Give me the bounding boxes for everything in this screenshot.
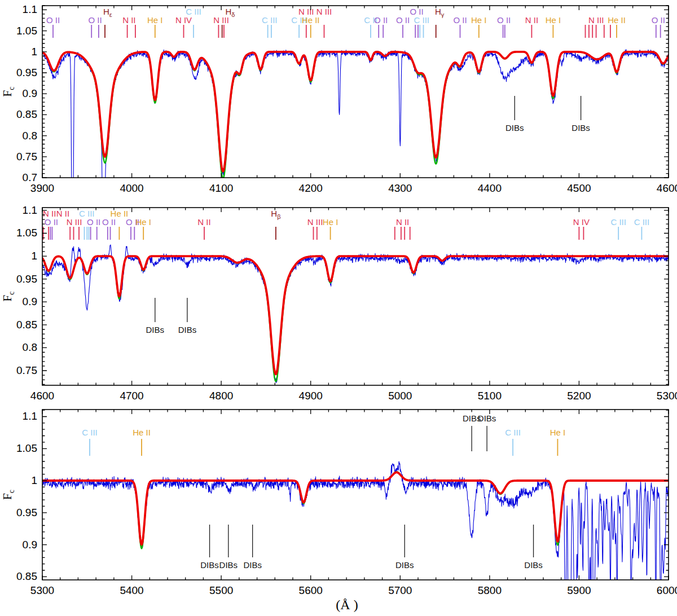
axis-ticks bbox=[42, 6, 669, 178]
y-tick-label: 1.1 bbox=[23, 3, 37, 15]
dib-label: DIBs bbox=[219, 560, 238, 570]
y-tick-label: 0.9 bbox=[23, 539, 37, 551]
axis-ticks bbox=[42, 208, 669, 385]
y-tick-label: 0.85 bbox=[16, 319, 37, 331]
y-axis-label: Fc bbox=[1, 292, 16, 302]
line-id-label: Hβ bbox=[271, 209, 280, 220]
x-tick-label: 4400 bbox=[478, 182, 502, 194]
model-fit-spectrum bbox=[42, 52, 669, 171]
line-id-label: C III bbox=[186, 7, 201, 16]
y-tick-label: 0.85 bbox=[16, 108, 37, 120]
dib-marker: DIBs bbox=[219, 525, 238, 570]
line-id-tick bbox=[656, 25, 661, 38]
line-id-label: N IV bbox=[573, 217, 590, 227]
panel-2: N IIN IIO IIN IIIC IIIO IIO IIHe IIO IIH… bbox=[1, 204, 677, 402]
line-id-label: N II bbox=[197, 217, 210, 227]
line-id-label: He I bbox=[135, 217, 151, 227]
y-tick-label: 1 bbox=[31, 250, 37, 262]
observed-spectrum bbox=[42, 50, 669, 382]
line-id-label: O II bbox=[46, 15, 60, 25]
model-fit-spectrum bbox=[42, 256, 669, 374]
line-id-label: C III bbox=[414, 15, 430, 25]
line-id-label: C III bbox=[634, 217, 650, 227]
x-tick-label: 5400 bbox=[120, 584, 143, 596]
dib-marker: DIBs bbox=[478, 413, 496, 451]
line-id-annotations: O IIO IIHεN IIHe IN IVC IIIN IIIHδC IIIC… bbox=[46, 7, 665, 38]
line-id-tick bbox=[420, 25, 423, 38]
line-id-label: He I bbox=[471, 15, 487, 25]
dib-marker: DIBs bbox=[146, 298, 165, 335]
line-id-label: O II bbox=[453, 15, 467, 25]
x-tick-label: 5600 bbox=[299, 584, 323, 596]
line-id-label: He I bbox=[550, 428, 566, 437]
y-tick-label: 0.75 bbox=[16, 364, 37, 376]
dib-label: DIBs bbox=[200, 560, 219, 570]
line-id-tick bbox=[503, 25, 505, 38]
line-id-label: O II bbox=[89, 15, 102, 25]
y-tick-label: 1.05 bbox=[16, 442, 37, 454]
x-tick-label: 5000 bbox=[388, 390, 412, 402]
line-id-tick bbox=[91, 227, 97, 240]
line-id-label: N III bbox=[316, 7, 332, 16]
line-id-label: N III bbox=[307, 217, 323, 227]
y-tick-label: 1.05 bbox=[16, 25, 37, 37]
x-tick-label: 5500 bbox=[209, 584, 233, 596]
y-axis-label: Fc bbox=[1, 87, 16, 97]
y-tick-label: 0.95 bbox=[16, 507, 37, 518]
x-tick-label: 5700 bbox=[388, 584, 412, 596]
line-id-tick bbox=[586, 25, 610, 38]
line-id-label: O II bbox=[374, 15, 388, 25]
line-id-label: He II bbox=[133, 428, 151, 437]
line-id-label: Hγ bbox=[435, 7, 445, 18]
y-tick-label: 0.9 bbox=[23, 87, 37, 99]
dib-marker: DIBs bbox=[200, 525, 219, 570]
line-id-label: He I bbox=[546, 15, 561, 25]
x-tick-label: 4700 bbox=[120, 390, 143, 402]
panel-1: O IIO IIHεN IIHe IN IVC IIIN IIIHδC IIIC… bbox=[1, 3, 677, 382]
x-tick-label: 5200 bbox=[567, 390, 591, 402]
x-tick-label: 4300 bbox=[388, 182, 412, 194]
x-axis-label: (Å ) bbox=[336, 597, 358, 612]
axes-frame bbox=[42, 208, 669, 385]
line-id-label: He II bbox=[302, 15, 320, 25]
line-id-label: C III bbox=[262, 15, 278, 25]
line-id-tick bbox=[415, 25, 418, 38]
x-tick-label: 4000 bbox=[120, 182, 143, 194]
x-tick-label: 4500 bbox=[567, 182, 591, 194]
dib-label: DIBs bbox=[146, 325, 165, 335]
line-id-tick bbox=[128, 25, 135, 38]
line-id-label: N III bbox=[67, 217, 82, 227]
x-tick-label: 4600 bbox=[30, 390, 54, 402]
x-tick-label: 6000 bbox=[657, 584, 677, 596]
y-tick-label: 0.95 bbox=[16, 67, 37, 78]
y-tick-label: 0.95 bbox=[16, 273, 37, 285]
y-tick-label: 1 bbox=[31, 474, 37, 486]
line-id-label: He II bbox=[608, 15, 626, 25]
line-id-label: C III bbox=[82, 428, 98, 437]
line-id-tick bbox=[218, 25, 224, 38]
spectral-fit-figure: O IIO IIHεN IIHe IN IVC IIIN IIIHδC IIIC… bbox=[0, 0, 677, 616]
x-tick-label: 4600 bbox=[657, 182, 677, 194]
secondary-model-spectrum bbox=[42, 52, 669, 179]
line-id-label: He I bbox=[147, 15, 163, 25]
x-tick-label: 5300 bbox=[30, 584, 54, 596]
dib-marker: DIBs bbox=[524, 525, 543, 570]
line-id-label: N II bbox=[122, 15, 135, 25]
y-tick-label: 0.8 bbox=[23, 341, 37, 353]
line-id-tick bbox=[85, 227, 89, 240]
line-id-label: O II bbox=[652, 15, 665, 25]
line-id-tick bbox=[314, 227, 317, 240]
line-id-annotations: C IIIHe IIC IIIHe I bbox=[82, 428, 565, 456]
line-id-label: N II bbox=[396, 217, 409, 227]
line-id-tick bbox=[379, 25, 383, 38]
y-tick-label: 0.8 bbox=[23, 130, 37, 142]
x-tick-label: 4100 bbox=[209, 182, 233, 194]
y-tick-label: 1.05 bbox=[16, 227, 37, 239]
y-axis-label: Fc bbox=[1, 490, 16, 500]
x-tick-label: 5800 bbox=[478, 584, 502, 596]
line-id-label: N III bbox=[213, 15, 229, 25]
axes-frame bbox=[42, 6, 669, 178]
panel-3: C IIIHe IIC IIIHe IDIBsDIBsDIBsDIBsDIBsD… bbox=[1, 410, 677, 616]
observed-spectrum bbox=[42, 245, 669, 383]
line-id-label: O II bbox=[102, 217, 116, 227]
